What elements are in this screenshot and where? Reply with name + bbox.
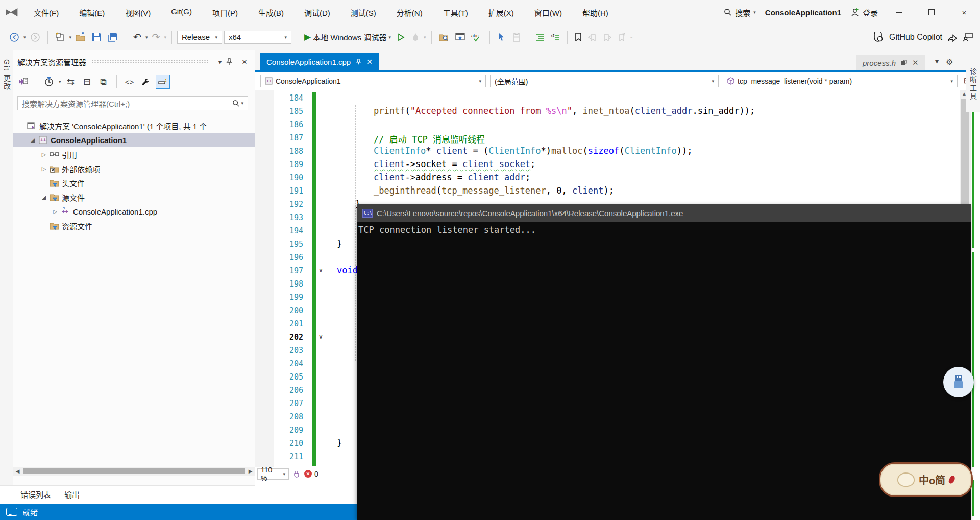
undo-button[interactable]: ↶ [131, 30, 143, 45]
keep-open-icon[interactable] [901, 60, 907, 66]
expander-expanded-icon[interactable]: ◢ [40, 194, 48, 201]
menu-item[interactable]: 视图(V) [119, 5, 157, 20]
active-document-tab[interactable]: ConsoleApplication1.cpp ✕ [260, 53, 379, 70]
chevron-down-icon[interactable]: ▾ [69, 35, 72, 40]
hot-reload-button[interactable] [409, 30, 422, 45]
redo-button[interactable]: ↷ [150, 30, 162, 45]
chevron-down-icon[interactable]: ▾ [145, 35, 148, 40]
minimize-button[interactable] [887, 4, 911, 21]
close-icon[interactable]: ✕ [238, 58, 251, 66]
collapse-all-button[interactable]: ⊟ [81, 75, 94, 88]
increase-indent-button[interactable]: ↺ [549, 30, 562, 45]
restore-button[interactable] [920, 4, 943, 21]
previous-bookmark-button[interactable] [586, 30, 599, 45]
code-line-184[interactable]: 184 [255, 92, 960, 105]
output-tab[interactable]: 输出 [64, 489, 80, 504]
zoom-level-select[interactable]: 110 % ▾ [257, 468, 289, 480]
spell-check-button[interactable]: abc [469, 30, 484, 45]
expander-collapsed-icon[interactable]: ▷ [51, 208, 59, 215]
find-in-files-button[interactable] [437, 30, 451, 45]
properties-pages-button[interactable]: ⧉ [97, 75, 110, 88]
clear-bookmarks-button[interactable] [616, 30, 628, 45]
error-count-badge[interactable]: ✕ 0 [304, 470, 318, 478]
chevron-down-icon[interactable]: ▾ [23, 35, 26, 40]
switch-views-button[interactable] [16, 75, 30, 88]
git-changes-vertical-tab[interactable]: Git 更改 [2, 59, 12, 91]
close-icon[interactable]: ✕ [912, 58, 919, 67]
error-list-tab[interactable]: 错误列表 [20, 489, 51, 504]
fold-open-icon[interactable]: ∨ [318, 267, 323, 274]
tab-list-chevron-icon[interactable]: ▾ [935, 57, 939, 67]
gear-icon[interactable]: ⚙ [946, 57, 953, 67]
platform-combo[interactable]: x64▾ [224, 31, 291, 44]
start-debugging-button[interactable]: ▶ 本地 Windows 调试器 ▾ [302, 30, 393, 45]
tree-item--[interactable]: 头文件 [13, 176, 255, 190]
console-window[interactable]: C:\ C:\Users\Lenovo\source\repos\Console… [357, 204, 971, 520]
save-all-button[interactable] [106, 30, 120, 45]
decrease-indent-button[interactable] [533, 30, 547, 45]
pin-icon[interactable] [356, 59, 361, 65]
copilot-label[interactable]: GitHub Copilot [889, 33, 942, 42]
menu-item[interactable]: 窗口(W) [528, 5, 568, 20]
navigate-back-button[interactable] [7, 30, 21, 45]
scope-dropdown[interactable]: (全局范围) ▾ [490, 75, 719, 87]
global-search[interactable]: 搜索 ▾ [724, 7, 756, 18]
preview-selected-items-button[interactable] [156, 75, 170, 89]
sync-with-active-document-button[interactable]: ⇆ [64, 75, 78, 88]
toggle-bookmark-button[interactable] [573, 30, 584, 45]
new-project-button[interactable] [53, 30, 67, 45]
expander-collapsed-icon[interactable]: ▷ [40, 151, 48, 158]
start-without-debugging-button[interactable] [395, 30, 407, 45]
navigate-cursor-button[interactable] [495, 30, 508, 45]
tree-item-consoleapplication1[interactable]: ◢++ConsoleApplication1 [13, 133, 255, 147]
solution-explorer-search-input[interactable]: 搜索解决方案资源管理器(Ctrl+;) ▾ [17, 96, 248, 110]
chevron-down-icon[interactable]: ▾ [59, 79, 61, 84]
fold-open-icon[interactable]: ∨ [318, 333, 323, 340]
view-code-button[interactable]: <> [123, 75, 136, 88]
usb-assistant-float-button[interactable] [943, 367, 974, 397]
clipboard-button[interactable] [510, 30, 523, 45]
properties-wrench-button[interactable] [139, 75, 153, 88]
code-line-191[interactable]: 191_beginthread(tcp_message_listener, 0,… [255, 185, 960, 198]
menu-item[interactable]: 编辑(E) [73, 5, 111, 20]
menu-item[interactable]: 工具(T) [437, 5, 474, 20]
code-line-190[interactable]: 190client->address = client_addr; [255, 172, 960, 185]
menu-item[interactable]: 分析(N) [390, 5, 429, 20]
menu-item[interactable]: 调试(D) [298, 5, 336, 20]
explorer-horizontal-scrollbar[interactable]: ◀ ▶ [13, 467, 255, 476]
menu-item[interactable]: 生成(B) [252, 5, 290, 20]
menu-item[interactable]: Git(G) [165, 5, 198, 20]
console-title-bar[interactable]: C:\ C:\Users\Lenovo\source\repos\Console… [357, 204, 971, 222]
close-icon[interactable]: ✕ [366, 58, 373, 66]
menu-item[interactable]: 文件(F) [28, 5, 65, 20]
configuration-combo[interactable]: Release▾ [177, 31, 222, 44]
next-bookmark-button[interactable] [601, 30, 614, 45]
code-line-186[interactable]: 186 [255, 119, 960, 132]
tree-item--[interactable]: ▷引用 [13, 147, 255, 161]
send-feedback-button[interactable] [963, 33, 973, 42]
expander-expanded-icon[interactable]: ◢ [29, 137, 37, 144]
menu-item[interactable]: 扩展(X) [482, 5, 520, 20]
provisional-document-tab[interactable]: process.h ✕ [856, 55, 925, 70]
chevron-down-icon[interactable]: ▾ [164, 35, 166, 40]
close-button[interactable]: × [952, 4, 976, 21]
share-button[interactable] [947, 33, 958, 42]
navigate-forward-button[interactable] [28, 30, 42, 45]
tree-item--[interactable]: 资源文件 [13, 219, 255, 233]
menu-item[interactable]: 项目(P) [206, 5, 244, 20]
health-indicator-icon[interactable] [293, 470, 300, 478]
code-line-189[interactable]: 189client->socket = client_socket; [255, 158, 960, 172]
tree-item--consoleapplication1-1-1-[interactable]: 解决方案 'ConsoleApplication1' (1 个项目, 共 1 个 [13, 119, 255, 133]
expander-collapsed-icon[interactable]: ▷ [40, 166, 48, 172]
pin-icon[interactable] [226, 58, 238, 65]
diagnostics-tools-vertical-tab[interactable]: 诊断工具 [966, 56, 980, 112]
code-line-185[interactable]: 185printf("Accepted connection from %s\n… [255, 105, 960, 119]
menu-item[interactable]: 帮助(H) [576, 5, 615, 20]
menu-item[interactable]: 测试(S) [345, 5, 382, 20]
panel-grip[interactable] [91, 60, 209, 64]
sign-in-button[interactable]: 登录 [850, 7, 878, 18]
feedback-bubble-icon[interactable] [6, 508, 17, 516]
code-line-187[interactable]: 187// 启动 TCP 消息监听线程 [255, 132, 960, 145]
project-dropdown[interactable]: ++ ConsoleApplication1 ▾ [260, 75, 486, 87]
tree-item-consoleapplication1.cpp[interactable]: ▷++ConsoleApplication1.cpp [13, 204, 255, 219]
